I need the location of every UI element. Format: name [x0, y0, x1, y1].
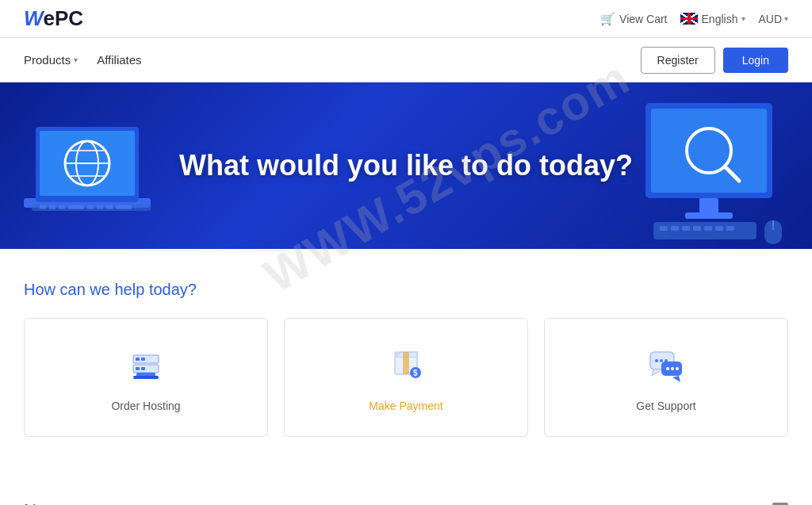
svg-rect-9: [40, 205, 46, 209]
help-title-plain: How can we help: [24, 281, 149, 298]
svg-rect-40: [133, 376, 159, 379]
svg-rect-13: [87, 205, 94, 209]
top-bar-right: 🛒 View Cart English ▾ AUD ▾: [600, 12, 788, 26]
currency-dropdown-arrow: ▾: [784, 14, 788, 23]
svg-rect-27: [693, 226, 701, 231]
order-hosting-card[interactable]: Order Hosting: [24, 318, 268, 437]
hero-right-device: [630, 87, 796, 249]
get-support-card[interactable]: Get Support: [544, 318, 788, 437]
news-title: News: [24, 500, 67, 505]
view-cart-link[interactable]: 🛒 View Cart: [600, 12, 667, 26]
svg-rect-21: [699, 198, 718, 214]
logo-epc: ePC: [44, 6, 84, 30]
svg-text:$: $: [413, 369, 418, 377]
svg-rect-42: [403, 352, 409, 374]
login-button[interactable]: Login: [723, 48, 788, 73]
products-dropdown-arrow: ▾: [74, 55, 78, 64]
support-icon: [645, 342, 687, 387]
svg-rect-12: [68, 205, 84, 209]
svg-rect-10: [49, 205, 56, 209]
svg-rect-37: [136, 367, 140, 370]
language-dropdown-arrow: ▾: [741, 14, 745, 23]
hero-banner: What would you like to do today?: [0, 82, 812, 249]
order-hosting-label: Order Hosting: [111, 400, 180, 412]
svg-point-47: [666, 367, 669, 370]
svg-rect-15: [106, 205, 113, 209]
uk-flag-icon: [680, 13, 698, 25]
hero-headline: What would you like to do today?: [179, 149, 633, 182]
cards-row: Order Hosting $ Make Payment: [24, 318, 788, 437]
logo-area: WePC: [24, 6, 83, 31]
svg-point-49: [676, 367, 679, 370]
svg-point-50: [655, 359, 658, 362]
products-label: Products: [24, 53, 71, 67]
svg-rect-25: [671, 226, 679, 231]
make-payment-card[interactable]: $ Make Payment: [284, 318, 528, 437]
svg-point-52: [665, 359, 668, 362]
hero-wrapper: What would you like to do today?: [0, 82, 812, 249]
top-bar: WePC 🛒 View Cart English ▾ AUD ▾: [0, 0, 812, 38]
view-cart-label: View Cart: [619, 13, 667, 25]
logo-w: W: [24, 6, 44, 30]
news-section: News: [0, 484, 812, 505]
cart-icon: 🛒: [600, 12, 615, 26]
server-icon: [125, 342, 167, 387]
svg-rect-36: [141, 358, 145, 361]
svg-rect-30: [726, 226, 734, 231]
nav-right: Register Login: [641, 47, 788, 74]
payment-icon: $: [385, 342, 427, 387]
svg-rect-28: [704, 226, 712, 231]
svg-rect-29: [715, 226, 723, 231]
svg-rect-35: [136, 358, 140, 361]
news-header: News: [24, 500, 788, 505]
nav-bar: Products ▾ Affiliates Register Login: [0, 38, 812, 82]
svg-rect-38: [141, 367, 145, 370]
help-title-colored: today?: [149, 281, 197, 298]
svg-rect-14: [97, 205, 103, 209]
make-payment-label: Make Payment: [369, 400, 442, 412]
svg-rect-22: [685, 212, 733, 219]
help-section-title: How can we help today?: [24, 281, 788, 299]
svg-rect-11: [59, 205, 65, 209]
svg-rect-26: [682, 226, 690, 231]
affiliates-nav-item[interactable]: Affiliates: [97, 53, 141, 67]
language-selector[interactable]: English ▾: [680, 13, 746, 25]
affiliates-label: Affiliates: [97, 53, 141, 67]
svg-rect-18: [651, 109, 767, 193]
site-logo[interactable]: WePC: [24, 6, 83, 31]
currency-label: AUD: [758, 13, 782, 25]
currency-selector[interactable]: AUD ▾: [758, 13, 788, 25]
register-button[interactable]: Register: [641, 47, 715, 74]
svg-rect-24: [660, 226, 668, 231]
main-content: How can we help today? Order Hostin: [0, 249, 812, 484]
svg-point-51: [660, 359, 663, 362]
svg-rect-16: [116, 205, 132, 209]
products-nav-item[interactable]: Products ▾: [24, 53, 78, 67]
nav-left: Products ▾ Affiliates: [24, 53, 142, 67]
language-label: English: [702, 13, 738, 25]
get-support-label: Get Support: [636, 400, 696, 412]
hero-left-device: [16, 87, 167, 249]
svg-point-48: [671, 367, 674, 370]
